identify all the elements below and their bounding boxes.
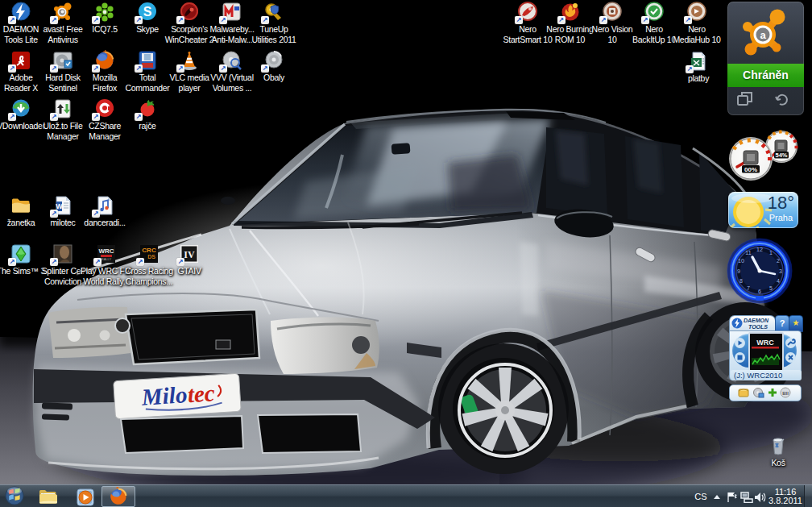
svg-text:7: 7	[747, 285, 750, 291]
svg-text:S: S	[143, 5, 152, 19]
svg-text:WRC: WRC	[756, 339, 774, 347]
svg-text:6: 6	[758, 289, 761, 294]
svg-text:IV: IV	[184, 249, 195, 260]
svg-text:00%: 00%	[744, 166, 757, 173]
svg-text:3: 3	[779, 268, 782, 274]
svg-text:5: 5	[769, 285, 773, 291]
svg-text:54%: 54%	[775, 152, 787, 159]
svg-text:RALLY: RALLY	[102, 257, 112, 261]
svg-text:9: 9	[737, 268, 740, 274]
svg-text:Milo: Milo	[140, 381, 188, 409]
svg-text:BII: BII	[782, 391, 789, 396]
svg-text:1: 1	[769, 250, 773, 256]
svg-text:12: 12	[756, 247, 763, 252]
svg-text:CRC: CRC	[142, 247, 156, 254]
svg-text:8: 8	[740, 278, 743, 284]
svg-text:tec: tec	[187, 380, 216, 407]
svg-text:10: 10	[738, 258, 744, 264]
svg-text:a: a	[760, 29, 766, 41]
svg-text:11: 11	[745, 250, 751, 256]
svg-text:WRC: WRC	[98, 247, 114, 255]
svg-text:4: 4	[777, 278, 780, 284]
svg-text:2: 2	[777, 258, 780, 264]
svg-text:DS: DS	[147, 254, 155, 260]
